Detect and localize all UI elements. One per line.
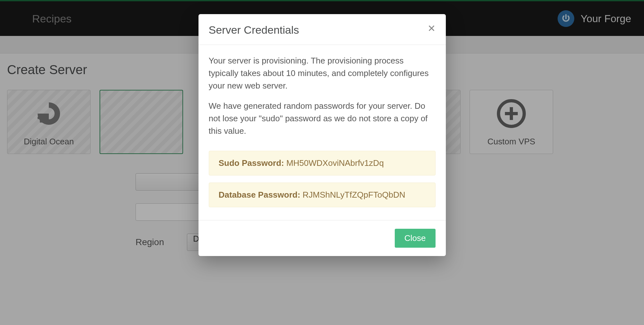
database-password-alert: Database Password: RJMShNLyTfZQpFToQbDN [209,183,436,207]
modal-overlay: Server Credentials ✕ Your server is prov… [0,0,644,325]
modal-footer: Close [198,220,446,256]
modal-close-footer-button[interactable]: Close [395,229,435,248]
server-credentials-modal: Server Credentials ✕ Your server is prov… [198,14,446,256]
sudo-password-value: MH50WDXoviNAbrfv1zDq [286,158,384,168]
modal-text-2: We have generated random passwords for y… [209,100,436,137]
modal-title: Server Credentials [209,24,299,36]
modal-close-button[interactable]: ✕ [428,24,436,33]
sudo-password-label: Sudo Password: [219,158,284,168]
modal-body: Your server is provisioning. The provisi… [198,45,446,220]
modal-text-1: Your server is provisioning. The provisi… [209,55,436,92]
database-password-value: RJMShNLyTfZQpFToQbDN [303,190,405,200]
modal-header: Server Credentials ✕ [198,14,446,45]
close-icon: ✕ [428,23,436,34]
database-password-label: Database Password: [219,190,300,200]
sudo-password-alert: Sudo Password: MH50WDXoviNAbrfv1zDq [209,151,436,175]
